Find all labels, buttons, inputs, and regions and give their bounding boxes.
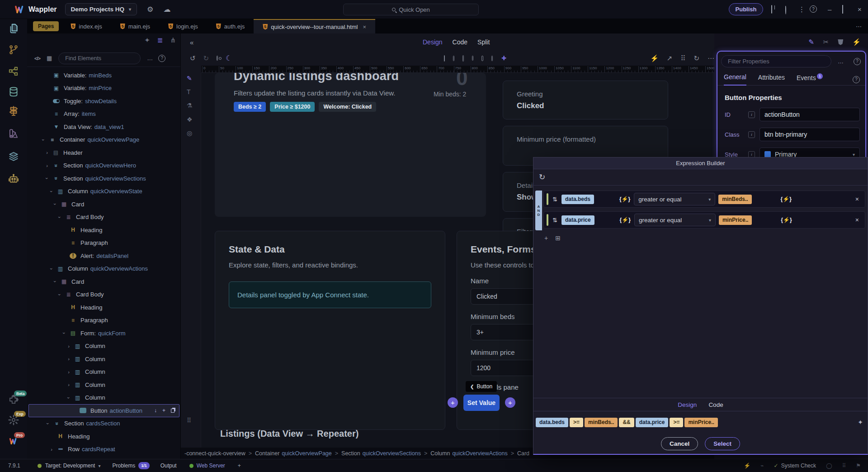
- tree-item[interactable]: !Alert:detailsPanel: [27, 249, 181, 262]
- copy-element-icon[interactable]: [171, 409, 175, 413]
- chevron-icon[interactable]: ›: [52, 279, 58, 284]
- events-bolt-icon[interactable]: ⚡: [852, 38, 861, 46]
- file-tab[interactable]: 5main.ejs: [111, 19, 159, 33]
- tree-item[interactable]: ▣Variable:minBeds: [27, 69, 181, 82]
- settings-gear-icon[interactable]: ⚙: [147, 5, 153, 14]
- system-check-button[interactable]: ✓ System Check: [774, 462, 816, 469]
- tree-item[interactable]: ›»SectioncardsSection: [27, 417, 181, 430]
- chevron-icon[interactable]: ›: [57, 292, 62, 297]
- chevron-icon[interactable]: ›: [57, 215, 62, 220]
- tablet-small-icon[interactable]: [453, 56, 454, 61]
- tree-item[interactable]: Toggle:showDetails: [27, 95, 181, 108]
- tab-events[interactable]: Events1: [797, 73, 823, 86]
- chevron-icon[interactable]: ›: [66, 343, 71, 349]
- phone-preview-icon[interactable]: [444, 55, 445, 62]
- chevron-icon[interactable]: ›: [45, 421, 51, 426]
- tree-item[interactable]: ≡Paragraph: [27, 314, 181, 327]
- left-operand-token[interactable]: data.price: [561, 215, 594, 225]
- close-window-button[interactable]: ×: [858, 5, 862, 13]
- add-panel-icon[interactable]: +: [238, 462, 241, 469]
- chevron-icon[interactable]: ›: [44, 176, 50, 181]
- chevron-icon[interactable]: ›: [66, 395, 71, 400]
- kebab-menu-icon[interactable]: ⋮: [798, 5, 805, 14]
- cancel-button[interactable]: Cancel: [661, 437, 698, 450]
- move-down-icon[interactable]: ↓: [154, 407, 157, 414]
- pages-icon[interactable]: [8, 23, 19, 34]
- target-selector[interactable]: Target: Development: [45, 462, 95, 469]
- laptop-preview-icon[interactable]: [472, 56, 473, 61]
- expression-tab-code[interactable]: Code: [708, 401, 723, 408]
- cloud-download-icon[interactable]: ☁↓: [163, 5, 170, 14]
- tree-item[interactable]: ›•••RowcardsRepeat: [27, 443, 181, 456]
- view-mode-code[interactable]: Code: [453, 38, 467, 46]
- form-field-input[interactable]: 3+: [471, 324, 539, 340]
- find-elements-input[interactable]: [58, 52, 141, 64]
- scissors-icon[interactable]: ✂: [823, 38, 829, 46]
- expression-token[interactable]: data.beds: [536, 418, 568, 427]
- binding-picker-icon[interactable]: {⚡}: [619, 196, 630, 202]
- plug-icon[interactable]: ⌁: [760, 462, 764, 469]
- close-tab-icon[interactable]: ×: [363, 24, 367, 30]
- properties-edit-icon[interactable]: ✎: [808, 38, 814, 46]
- tablet-preview-icon[interactable]: [462, 55, 464, 62]
- refresh-icon[interactable]: ↻: [539, 172, 545, 182]
- tree-item[interactable]: ›≣Card Body: [27, 288, 181, 301]
- filter-properties-input[interactable]: [721, 55, 831, 67]
- select-button[interactable]: Select: [705, 437, 740, 450]
- desktop-preview-icon[interactable]: [481, 56, 483, 61]
- expression-token[interactable]: minBeds..: [585, 418, 618, 427]
- tree-item[interactable]: ›▥Column: [27, 353, 181, 366]
- output-button[interactable]: Output: [160, 462, 177, 469]
- styles-icon[interactable]: [8, 128, 19, 139]
- add-group-icon[interactable]: ⊞: [555, 234, 561, 242]
- undo-icon[interactable]: ↺: [190, 54, 196, 62]
- puzzle-icon[interactable]: Beta: [8, 394, 19, 405]
- tree-item[interactable]: HHeading: [27, 301, 181, 314]
- add-condition-icon[interactable]: +: [544, 234, 548, 242]
- tab-overflow-icon[interactable]: ⋯: [856, 23, 862, 30]
- tree-item[interactable]: ›»SectionquickOverviewSections: [27, 172, 181, 185]
- collapse-panel-icon[interactable]: «: [190, 38, 193, 46]
- expression-token[interactable]: >=: [570, 418, 583, 427]
- remove-condition-icon[interactable]: ×: [855, 216, 859, 224]
- tree-item[interactable]: ›▤Header: [27, 146, 181, 159]
- tab-general[interactable]: General: [724, 73, 746, 86]
- node-tree-view-icon[interactable]: ⋔: [170, 36, 176, 44]
- id-input[interactable]: [760, 108, 860, 121]
- layers-icon[interactable]: [8, 151, 19, 162]
- sort-icon[interactable]: ⇅: [552, 217, 557, 224]
- chevron-icon[interactable]: ›: [44, 150, 50, 155]
- tree-item[interactable]: ›▦Card: [27, 275, 181, 288]
- redo-icon[interactable]: ↻: [203, 54, 209, 62]
- code-view-icon[interactable]: </>: [34, 56, 40, 61]
- tree-item[interactable]: ▼Data View:data_view1: [27, 120, 181, 133]
- chevron-icon[interactable]: ›: [49, 189, 54, 194]
- apps-grid-icon[interactable]: ⠿: [680, 54, 685, 62]
- tree-item[interactable]: ›▥Column: [27, 378, 181, 391]
- paint-icon[interactable]: ❖: [187, 116, 193, 123]
- restore-window-button[interactable]: [842, 5, 843, 13]
- operator-select[interactable]: greater or equal▾: [634, 214, 716, 226]
- properties-tabs-help-icon[interactable]: ?: [853, 76, 860, 83]
- split-view-icon[interactable]: [771, 5, 772, 13]
- grid-icon[interactable]: ⠿: [842, 462, 846, 469]
- chevron-icon[interactable]: ›: [41, 137, 46, 143]
- expression-token[interactable]: data.price: [636, 418, 669, 427]
- wappler-w-icon[interactable]: Pro: [8, 435, 19, 447]
- file-tab[interactable]: 5login.ejs: [159, 19, 207, 33]
- chevron-icon[interactable]: ›: [66, 369, 71, 375]
- expression-token[interactable]: minPrice..: [684, 418, 717, 427]
- form-field-input[interactable]: Clicked: [471, 288, 539, 305]
- refresh-page-icon[interactable]: ↻: [693, 54, 699, 62]
- tree-item[interactable]: ›▤Form:quickForm: [27, 327, 181, 340]
- breadcrumb-segment[interactable]: ContainerquickOverviewPage: [255, 450, 332, 457]
- publish-button[interactable]: Publish: [729, 3, 763, 15]
- operator-select[interactable]: greater or equal▾: [634, 193, 715, 205]
- add-after-button[interactable]: +: [505, 397, 515, 408]
- form-field-input[interactable]: 1200: [471, 360, 539, 376]
- database-icon[interactable]: [8, 86, 19, 98]
- breadcrumb-segment[interactable]: Card: [517, 450, 529, 457]
- monitor-preview-icon[interactable]: [491, 56, 493, 61]
- chevron-icon[interactable]: ›: [52, 201, 58, 207]
- sort-icon[interactable]: ⇅: [552, 196, 557, 203]
